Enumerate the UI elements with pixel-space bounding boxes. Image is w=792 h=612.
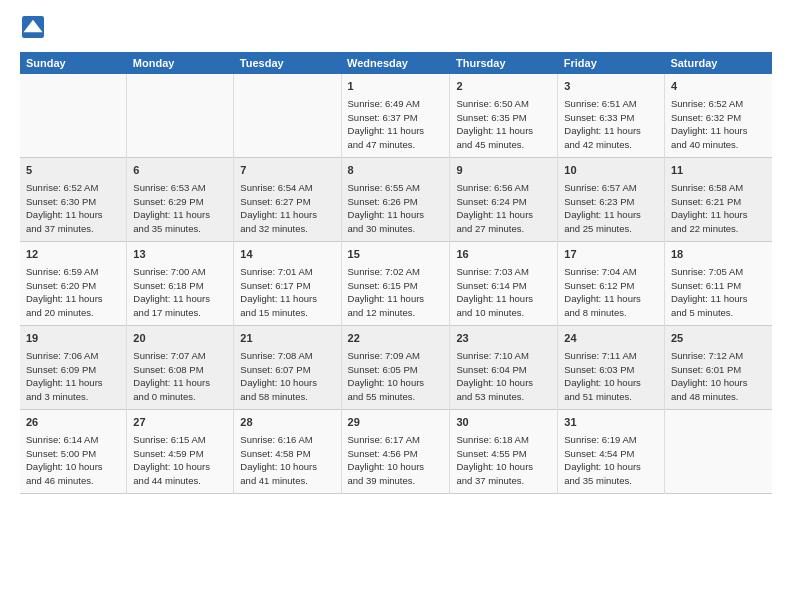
calendar-cell: 4Sunrise: 6:52 AMSunset: 6:32 PMDaylight… <box>664 74 772 158</box>
day-info: and 25 minutes. <box>564 222 658 236</box>
weekday-header-monday: Monday <box>127 52 234 74</box>
day-info: and 32 minutes. <box>240 222 334 236</box>
day-info: Daylight: 11 hours <box>348 292 444 306</box>
day-info: Sunrise: 7:05 AM <box>671 265 766 279</box>
weekday-header-wednesday: Wednesday <box>341 52 450 74</box>
calendar-row-1: 1Sunrise: 6:49 AMSunset: 6:37 PMDaylight… <box>20 74 772 158</box>
weekday-header-thursday: Thursday <box>450 52 558 74</box>
day-number: 19 <box>26 331 120 347</box>
calendar-cell: 11Sunrise: 6:58 AMSunset: 6:21 PMDayligh… <box>664 158 772 242</box>
day-info: Sunrise: 6:49 AM <box>348 97 444 111</box>
day-info: Sunrise: 7:00 AM <box>133 265 227 279</box>
day-info: and 44 minutes. <box>133 474 227 488</box>
day-info: Sunset: 6:05 PM <box>348 363 444 377</box>
calendar-cell: 16Sunrise: 7:03 AMSunset: 6:14 PMDayligh… <box>450 242 558 326</box>
day-info: and 53 minutes. <box>456 390 551 404</box>
day-info: Sunset: 6:18 PM <box>133 279 227 293</box>
day-info: and 12 minutes. <box>348 306 444 320</box>
day-info: and 48 minutes. <box>671 390 766 404</box>
weekday-header-friday: Friday <box>558 52 665 74</box>
day-info: Sunset: 4:59 PM <box>133 447 227 461</box>
calendar-cell: 27Sunrise: 6:15 AMSunset: 4:59 PMDayligh… <box>127 410 234 494</box>
day-info: and 58 minutes. <box>240 390 334 404</box>
day-number: 8 <box>348 163 444 179</box>
day-info: Sunset: 6:14 PM <box>456 279 551 293</box>
calendar-table: SundayMondayTuesdayWednesdayThursdayFrid… <box>20 52 772 494</box>
day-info: Sunrise: 6:54 AM <box>240 181 334 195</box>
day-number: 13 <box>133 247 227 263</box>
calendar-cell: 21Sunrise: 7:08 AMSunset: 6:07 PMDayligh… <box>234 326 341 410</box>
day-info: Daylight: 11 hours <box>564 208 658 222</box>
day-info: Sunrise: 6:57 AM <box>564 181 658 195</box>
day-info: Daylight: 10 hours <box>671 376 766 390</box>
calendar-cell: 2Sunrise: 6:50 AMSunset: 6:35 PMDaylight… <box>450 74 558 158</box>
day-info: Sunset: 5:00 PM <box>26 447 120 461</box>
day-info: Sunset: 6:17 PM <box>240 279 334 293</box>
day-info: and 45 minutes. <box>456 138 551 152</box>
calendar-row-2: 5Sunrise: 6:52 AMSunset: 6:30 PMDaylight… <box>20 158 772 242</box>
day-info: and 27 minutes. <box>456 222 551 236</box>
day-info: and 37 minutes. <box>456 474 551 488</box>
day-number: 9 <box>456 163 551 179</box>
calendar-cell: 5Sunrise: 6:52 AMSunset: 6:30 PMDaylight… <box>20 158 127 242</box>
day-number: 17 <box>564 247 658 263</box>
day-info: and 20 minutes. <box>26 306 120 320</box>
day-number: 23 <box>456 331 551 347</box>
day-info: and 8 minutes. <box>564 306 658 320</box>
day-info: Daylight: 11 hours <box>456 292 551 306</box>
day-info: Sunrise: 7:12 AM <box>671 349 766 363</box>
day-info: and 17 minutes. <box>133 306 227 320</box>
day-number: 25 <box>671 331 766 347</box>
day-info: Daylight: 11 hours <box>564 124 658 138</box>
day-number: 12 <box>26 247 120 263</box>
day-number: 29 <box>348 415 444 431</box>
day-info: Sunset: 6:23 PM <box>564 195 658 209</box>
day-info: Daylight: 10 hours <box>240 376 334 390</box>
day-info: Sunrise: 6:58 AM <box>671 181 766 195</box>
day-info: Daylight: 10 hours <box>456 460 551 474</box>
day-info: and 39 minutes. <box>348 474 444 488</box>
day-info: Daylight: 10 hours <box>456 376 551 390</box>
calendar-cell: 20Sunrise: 7:07 AMSunset: 6:08 PMDayligh… <box>127 326 234 410</box>
day-number: 11 <box>671 163 766 179</box>
day-number: 24 <box>564 331 658 347</box>
calendar-cell: 14Sunrise: 7:01 AMSunset: 6:17 PMDayligh… <box>234 242 341 326</box>
calendar-row-4: 19Sunrise: 7:06 AMSunset: 6:09 PMDayligh… <box>20 326 772 410</box>
day-info: Sunset: 4:56 PM <box>348 447 444 461</box>
calendar-cell: 1Sunrise: 6:49 AMSunset: 6:37 PMDaylight… <box>341 74 450 158</box>
day-info: Sunrise: 6:56 AM <box>456 181 551 195</box>
day-info: Daylight: 11 hours <box>564 292 658 306</box>
calendar-cell <box>20 74 127 158</box>
calendar-row-5: 26Sunrise: 6:14 AMSunset: 5:00 PMDayligh… <box>20 410 772 494</box>
day-info: Sunset: 6:20 PM <box>26 279 120 293</box>
day-info: Daylight: 11 hours <box>456 124 551 138</box>
day-info: Sunset: 6:26 PM <box>348 195 444 209</box>
day-info: Sunrise: 7:07 AM <box>133 349 227 363</box>
day-info: Sunset: 6:04 PM <box>456 363 551 377</box>
day-info: Sunrise: 6:59 AM <box>26 265 120 279</box>
day-info: Daylight: 11 hours <box>240 292 334 306</box>
day-info: Daylight: 11 hours <box>671 124 766 138</box>
calendar-cell: 23Sunrise: 7:10 AMSunset: 6:04 PMDayligh… <box>450 326 558 410</box>
day-info: Sunrise: 7:11 AM <box>564 349 658 363</box>
day-info: Sunrise: 6:52 AM <box>671 97 766 111</box>
day-info: Sunset: 4:54 PM <box>564 447 658 461</box>
day-info: Sunset: 6:32 PM <box>671 111 766 125</box>
day-info: Sunrise: 7:03 AM <box>456 265 551 279</box>
day-info: and 37 minutes. <box>26 222 120 236</box>
day-info: and 15 minutes. <box>240 306 334 320</box>
day-number: 7 <box>240 163 334 179</box>
calendar-cell: 24Sunrise: 7:11 AMSunset: 6:03 PMDayligh… <box>558 326 665 410</box>
day-info: Daylight: 11 hours <box>671 292 766 306</box>
day-number: 10 <box>564 163 658 179</box>
calendar-cell <box>664 410 772 494</box>
day-number: 15 <box>348 247 444 263</box>
day-info: Sunset: 6:09 PM <box>26 363 120 377</box>
day-info: and 5 minutes. <box>671 306 766 320</box>
day-info: Daylight: 11 hours <box>26 376 120 390</box>
day-info: Daylight: 11 hours <box>348 208 444 222</box>
day-info: Daylight: 10 hours <box>564 376 658 390</box>
day-info: Sunset: 6:29 PM <box>133 195 227 209</box>
calendar-page: SundayMondayTuesdayWednesdayThursdayFrid… <box>0 0 792 504</box>
day-info: Daylight: 10 hours <box>564 460 658 474</box>
